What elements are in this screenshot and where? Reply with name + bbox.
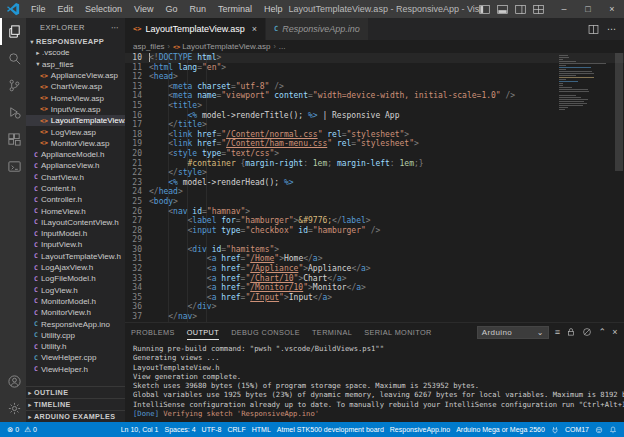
tree-item-MonitorView.asp[interactable]: <>MonitorView.asp (26, 138, 125, 149)
customize-layout-icon[interactable] (533, 4, 544, 15)
tree-item-LayoutTemplateView.asp[interactable]: <>LayoutTemplateView.asp (26, 115, 125, 126)
close-panel-icon[interactable]: × (612, 328, 618, 337)
tree-item-MonitorView.h[interactable]: CMonitorView.h (26, 307, 125, 318)
tree-item-Utility.h[interactable]: CUtility.h (26, 341, 125, 352)
breadcrumb-item[interactable]: ... (279, 42, 286, 51)
tree-item-ILayoutContentView.h[interactable]: CILayoutContentView.h (26, 217, 125, 228)
tree-item-ChartView.asp[interactable]: <>ChartView.asp (26, 81, 125, 92)
code-line: 16 <% model->renderTitle(); %> | Respons… (125, 111, 624, 121)
menu-edit[interactable]: Edit (52, 0, 80, 18)
output-log[interactable]: Running pre-build command: "pwsh ".vscod… (125, 341, 624, 422)
tree-item-InputModel.h[interactable]: CInputModel.h (26, 228, 125, 239)
status-problems[interactable]: ⊗0⚠0 (7, 425, 37, 434)
explorer-icon[interactable] (0, 18, 26, 45)
source-control-icon[interactable] (0, 72, 26, 99)
tree-item-HomeView.h[interactable]: CHomeView.h (26, 205, 125, 216)
status-item[interactable]: Arduino Mega or Mega 2560 (456, 426, 545, 433)
menu-terminal[interactable]: Terminal (212, 0, 258, 18)
search-icon[interactable] (0, 45, 26, 72)
tab-ResponsiveApp.ino[interactable]: CResponsiveApp.ino (266, 18, 369, 40)
toggle-secondary-sidebar-icon[interactable] (515, 4, 526, 15)
status-item[interactable]: UTF-8 (202, 426, 222, 433)
status-item[interactable]: Ln 10, Col 1 (121, 426, 159, 433)
breadcrumb-item[interactable]: asp_files (133, 42, 165, 51)
tree-item-LogView.h[interactable]: CLogView.h (26, 285, 125, 296)
status-item-plug[interactable] (551, 426, 559, 434)
tab-LayoutTemplateView.asp[interactable]: <>LayoutTemplateView.asp× (125, 18, 266, 40)
panel-tab-output[interactable]: OUTPUT (187, 325, 219, 340)
lock-scroll-icon[interactable] (566, 327, 576, 337)
panel-tab-problems[interactable]: PROBLEMS (131, 325, 175, 340)
tree-item-Controller.h[interactable]: CController.h (26, 194, 125, 205)
status-error[interactable]: ⊗0 (7, 425, 19, 434)
minimap[interactable] (559, 55, 611, 111)
menu-run[interactable]: Run (183, 0, 212, 18)
menu-view[interactable]: View (128, 0, 159, 18)
explorer-more-icon[interactable]: ⋯ (111, 23, 119, 32)
status-item-bell[interactable] (609, 426, 617, 434)
panel-tab-terminal[interactable]: TERMINAL (312, 325, 352, 340)
status-item[interactable]: ResponsiveApp.ino (390, 426, 450, 433)
tree-item-.vscode[interactable]: ▸.vscode (26, 47, 125, 58)
tree-item-LogFileModel.h[interactable]: CLogFileModel.h (26, 273, 125, 284)
account-icon[interactable] (0, 368, 26, 395)
toggle-sidebar-icon[interactable] (479, 4, 490, 15)
tree-item-ViewHelper.h[interactable]: CViewHelper.h (26, 364, 125, 375)
tree-item-ApplianceView.h[interactable]: CApplianceView.h (26, 160, 125, 171)
code-editor[interactable]: 10<!DOCTYPE html>11<html lang="en">12<he… (125, 53, 624, 322)
plug-icon (551, 426, 559, 434)
tree-item-asp_files[interactable]: ▾asp_files (26, 59, 125, 70)
status-item[interactable]: HTML (252, 426, 271, 433)
status-item[interactable]: Spaces: 4 (164, 426, 195, 433)
tree-item-ChartView.h[interactable]: CChartView.h (26, 172, 125, 183)
close-button[interactable]: × (600, 0, 624, 18)
tree-item-ApplianceView.asp[interactable]: <>ApplianceView.asp (26, 70, 125, 81)
status-item[interactable]: COM17 (565, 426, 589, 433)
tree-item-Content.h[interactable]: CContent.h (26, 183, 125, 194)
breadcrumb-item[interactable]: <>LayoutTemplateView.asp (173, 42, 271, 51)
tree-item-Utility.cpp[interactable]: CUtility.cpp (26, 330, 125, 341)
menu-file[interactable]: File (25, 0, 52, 18)
editor-scrollbar[interactable] (615, 53, 623, 171)
tree-item-LogAjaxView.h[interactable]: CLogAjaxView.h (26, 262, 125, 273)
tree-item-InputView.asp[interactable]: <>InputView.asp (26, 104, 125, 115)
tree-item-HomeView.asp[interactable]: <>HomeView.asp (26, 92, 125, 103)
tree-item-LogView.asp[interactable]: <>LogView.asp (26, 126, 125, 137)
menu-selection[interactable]: Selection (79, 0, 128, 18)
code-token: <! (149, 53, 159, 62)
run-debug-icon[interactable] (0, 99, 26, 126)
extensions-icon[interactable] (0, 126, 26, 153)
status-warning[interactable]: ⚠0 (24, 425, 37, 434)
tree-item-MonitorModel.h[interactable]: CMonitorModel.h (26, 296, 125, 307)
maximize-button[interactable]: □ (576, 0, 600, 18)
section-arduino-examples[interactable]: ▸ARDUINO EXAMPLES (26, 410, 125, 422)
tree-item-ResponsiveApp.ino[interactable]: CResponsiveApp.ino (26, 318, 125, 329)
split-editor-icon[interactable] (588, 24, 599, 35)
line-number: 25 (125, 197, 149, 207)
tree-item-RESPONSIVEAPP[interactable]: ▾RESPONSIVEAPP (26, 36, 125, 47)
status-item[interactable]: Atmel STK500 development board (277, 426, 384, 433)
panel-tab-debug-console[interactable]: DEBUG CONSOLE (231, 325, 300, 340)
clear-output-icon[interactable] (582, 327, 592, 337)
settings-gear-icon[interactable] (0, 395, 26, 422)
section-timeline[interactable]: ▸TIMELINE (26, 398, 125, 410)
status-item[interactable]: CRLF (227, 426, 245, 433)
menu-help[interactable]: Help (258, 0, 289, 18)
word-wrap-icon[interactable]: ≡ (555, 328, 561, 337)
tree-item-LayoutTemplateView.h[interactable]: CLayoutTemplateView.h (26, 251, 125, 262)
tree-item-ApplianceModel.h[interactable]: CApplianceModel.h (26, 149, 125, 160)
code-token: charset (192, 82, 231, 91)
close-tab-icon[interactable]: × (252, 24, 257, 34)
minimize-button[interactable]: – (552, 0, 576, 18)
tree-item-InputView.h[interactable]: CInputView.h (26, 239, 125, 250)
section-outline[interactable]: ▸OUTLINE (26, 386, 125, 398)
more-actions-icon[interactable]: ⋯ (607, 24, 616, 34)
menu-go[interactable]: Go (159, 0, 183, 18)
panel-tab-serial-monitor[interactable]: SERIAL MONITOR (364, 325, 432, 340)
toggle-panel-icon[interactable] (497, 4, 508, 15)
output-channel-dropdown[interactable]: Arduino ⌄ (477, 326, 549, 339)
arduino-serial-icon[interactable] (0, 153, 26, 180)
tree-item-ViewHelper.cpp[interactable]: CViewHelper.cpp (26, 352, 125, 363)
status-item-feedback[interactable] (595, 426, 603, 434)
maximize-panel-icon[interactable]: ⌃ (598, 328, 606, 337)
